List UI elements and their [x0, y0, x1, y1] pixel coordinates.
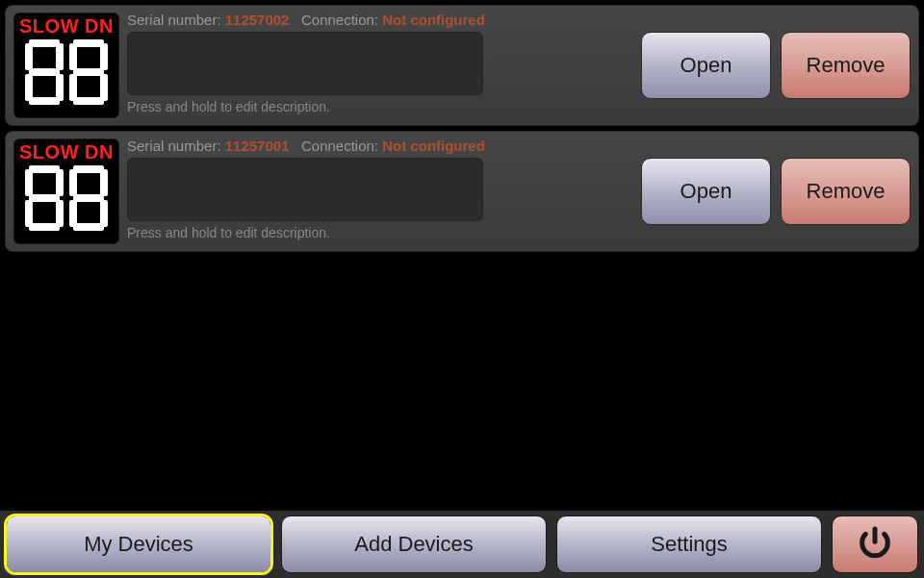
- open-button[interactable]: Open: [641, 32, 771, 99]
- thumb-title: SLOW DN: [19, 15, 114, 38]
- device-info-line: Serial number: 11257002 Connection: Not …: [127, 12, 633, 32]
- bottom-bar: My Devices Add Devices Settings: [0, 511, 924, 578]
- tab-add-devices[interactable]: Add Devices: [281, 515, 547, 573]
- device-thumbnail: SLOW DN: [13, 13, 119, 118]
- description-hint: Press and hold to edit description.: [127, 99, 633, 114]
- remove-button[interactable]: Remove: [781, 158, 911, 225]
- description-hint: Press and hold to edit description.: [127, 225, 633, 240]
- connection-value: Not configured: [382, 138, 485, 154]
- seven-segment-icon: [23, 165, 110, 233]
- description-input[interactable]: [127, 158, 483, 221]
- serial-label: Serial number:: [127, 138, 225, 154]
- connection-label: Connection:: [301, 138, 382, 154]
- power-icon: [856, 524, 894, 565]
- serial-label: Serial number:: [127, 12, 225, 28]
- device-info: Serial number: 11257001 Connection: Not …: [127, 138, 633, 245]
- seven-segment-icon: [23, 39, 110, 107]
- serial-value: 11257002: [225, 12, 290, 28]
- device-card: SLOW DN Serial number: 11257002 Connecti…: [5, 5, 919, 126]
- remove-button[interactable]: Remove: [781, 32, 911, 99]
- thumb-title: SLOW DN: [19, 141, 114, 163]
- description-input[interactable]: [127, 32, 483, 95]
- open-button[interactable]: Open: [641, 158, 771, 225]
- connection-label: Connection:: [301, 12, 382, 28]
- device-actions: Open Remove: [641, 32, 911, 99]
- device-card: SLOW DN Serial number: 11257001 Connecti…: [5, 131, 919, 252]
- device-thumbnail: SLOW DN: [13, 138, 119, 244]
- tab-my-devices[interactable]: My Devices: [6, 515, 271, 573]
- tab-settings[interactable]: Settings: [556, 515, 822, 573]
- device-info-line: Serial number: 11257001 Connection: Not …: [127, 138, 633, 158]
- connection-value: Not configured: [382, 12, 485, 28]
- device-actions: Open Remove: [641, 158, 911, 225]
- power-button[interactable]: [832, 515, 918, 573]
- device-info: Serial number: 11257002 Connection: Not …: [127, 12, 633, 119]
- serial-value: 11257001: [225, 138, 290, 154]
